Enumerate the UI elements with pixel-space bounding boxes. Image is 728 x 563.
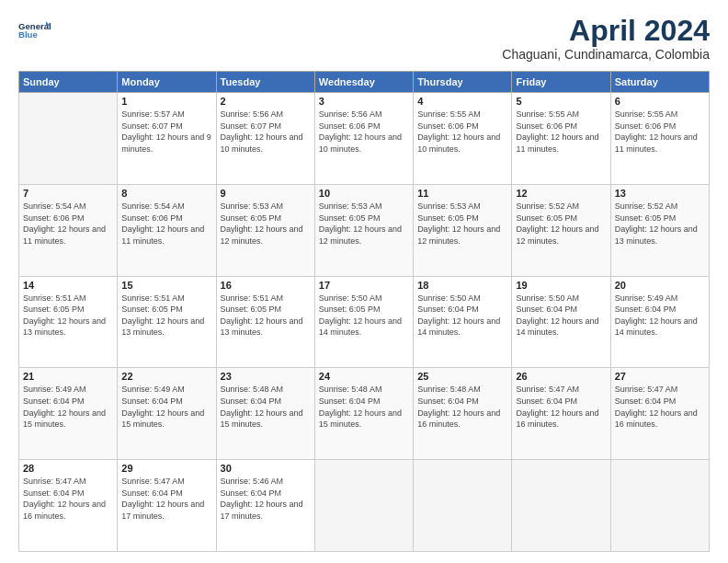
day-number: 16 — [221, 280, 311, 291]
day-info: Sunrise: 5:55 AMSunset: 6:06 PMDaylight:… — [516, 109, 598, 154]
day-info: Sunrise: 5:48 AMSunset: 6:04 PMDaylight:… — [417, 385, 500, 429]
day-number: 8 — [121, 188, 211, 199]
day-number: 30 — [221, 463, 311, 474]
day-info: Sunrise: 5:49 AMSunset: 6:04 PMDaylight:… — [615, 293, 698, 338]
calendar-cell: 8 Sunrise: 5:54 AMSunset: 6:06 PMDayligh… — [118, 184, 216, 276]
day-info: Sunrise: 5:53 AMSunset: 6:05 PMDaylight:… — [417, 201, 500, 246]
day-number: 28 — [23, 463, 113, 474]
day-number: 1 — [121, 96, 211, 107]
weekday-header-monday: Monday — [118, 72, 216, 93]
weekday-header-friday: Friday — [512, 72, 610, 93]
day-info: Sunrise: 5:46 AMSunset: 6:04 PMDaylight:… — [221, 477, 303, 521]
day-info: Sunrise: 5:52 AMSunset: 6:05 PMDaylight:… — [615, 201, 698, 246]
day-number: 18 — [417, 280, 507, 291]
day-info: Sunrise: 5:55 AMSunset: 6:06 PMDaylight:… — [615, 109, 698, 154]
calendar-cell: 7 Sunrise: 5:54 AMSunset: 6:06 PMDayligh… — [19, 184, 118, 276]
calendar-cell — [512, 460, 610, 552]
calendar-cell: 17 Sunrise: 5:50 AMSunset: 6:05 PMDaylig… — [314, 276, 413, 368]
weekday-header-sunday: Sunday — [19, 72, 118, 93]
calendar-cell: 29 Sunrise: 5:47 AMSunset: 6:04 PMDaylig… — [118, 460, 216, 552]
calendar-cell: 1 Sunrise: 5:57 AMSunset: 6:07 PMDayligh… — [118, 93, 216, 185]
weekday-header-saturday: Saturday — [610, 72, 709, 93]
calendar-cell: 13 Sunrise: 5:52 AMSunset: 6:05 PMDaylig… — [610, 184, 709, 276]
calendar-cell: 11 Sunrise: 5:53 AMSunset: 6:05 PMDaylig… — [414, 184, 512, 276]
calendar-cell — [414, 460, 512, 552]
calendar-cell: 16 Sunrise: 5:51 AMSunset: 6:05 PMDaylig… — [216, 276, 314, 368]
day-info: Sunrise: 5:49 AMSunset: 6:04 PMDaylight:… — [121, 385, 204, 429]
calendar-cell: 20 Sunrise: 5:49 AMSunset: 6:04 PMDaylig… — [610, 276, 709, 368]
day-info: Sunrise: 5:54 AMSunset: 6:06 PMDaylight:… — [121, 201, 204, 246]
calendar-cell: 14 Sunrise: 5:51 AMSunset: 6:05 PMDaylig… — [19, 276, 118, 368]
day-number: 26 — [516, 371, 606, 382]
calendar-cell — [19, 93, 118, 185]
day-info: Sunrise: 5:52 AMSunset: 6:05 PMDaylight:… — [516, 201, 598, 246]
calendar-cell: 30 Sunrise: 5:46 AMSunset: 6:04 PMDaylig… — [216, 460, 314, 552]
day-info: Sunrise: 5:49 AMSunset: 6:04 PMDaylight:… — [23, 385, 106, 429]
day-info: Sunrise: 5:56 AMSunset: 6:06 PMDaylight:… — [319, 109, 402, 154]
day-info: Sunrise: 5:47 AMSunset: 6:04 PMDaylight:… — [516, 385, 598, 429]
day-info: Sunrise: 5:54 AMSunset: 6:06 PMDaylight:… — [23, 201, 106, 246]
calendar-cell: 15 Sunrise: 5:51 AMSunset: 6:05 PMDaylig… — [118, 276, 216, 368]
day-number: 21 — [23, 371, 113, 382]
calendar-cell: 25 Sunrise: 5:48 AMSunset: 6:04 PMDaylig… — [414, 368, 512, 460]
calendar-cell: 9 Sunrise: 5:53 AMSunset: 6:05 PMDayligh… — [216, 184, 314, 276]
day-number: 4 — [417, 96, 507, 107]
day-info: Sunrise: 5:53 AMSunset: 6:05 PMDaylight:… — [319, 201, 402, 246]
day-number: 12 — [516, 188, 606, 199]
svg-text:Blue: Blue — [18, 29, 38, 40]
header: General Blue April 2024 Chaguani, Cundin… — [18, 15, 710, 62]
day-number: 3 — [319, 96, 409, 107]
day-info: Sunrise: 5:47 AMSunset: 6:04 PMDaylight:… — [615, 385, 698, 429]
day-info: Sunrise: 5:57 AMSunset: 6:07 PMDaylight:… — [121, 109, 211, 154]
day-number: 15 — [121, 280, 211, 291]
calendar-cell: 3 Sunrise: 5:56 AMSunset: 6:06 PMDayligh… — [314, 93, 413, 185]
day-info: Sunrise: 5:48 AMSunset: 6:04 PMDaylight:… — [221, 385, 303, 429]
calendar-cell — [610, 460, 709, 552]
logo: General Blue — [18, 15, 51, 48]
day-number: 11 — [417, 188, 507, 199]
day-info: Sunrise: 5:51 AMSunset: 6:05 PMDaylight:… — [23, 293, 106, 338]
day-info: Sunrise: 5:56 AMSunset: 6:07 PMDaylight:… — [221, 109, 303, 154]
day-info: Sunrise: 5:51 AMSunset: 6:05 PMDaylight:… — [221, 293, 303, 338]
calendar-cell: 28 Sunrise: 5:47 AMSunset: 6:04 PMDaylig… — [19, 460, 118, 552]
logo-svg: General Blue — [18, 15, 51, 48]
calendar-table: SundayMondayTuesdayWednesdayThursdayFrid… — [18, 71, 710, 552]
day-info: Sunrise: 5:50 AMSunset: 6:04 PMDaylight:… — [516, 293, 598, 338]
day-number: 27 — [615, 371, 705, 382]
day-number: 24 — [319, 371, 409, 382]
day-number: 9 — [221, 188, 311, 199]
day-number: 5 — [516, 96, 606, 107]
day-number: 10 — [319, 188, 409, 199]
weekday-header-thursday: Thursday — [414, 72, 512, 93]
calendar-cell: 23 Sunrise: 5:48 AMSunset: 6:04 PMDaylig… — [216, 368, 314, 460]
calendar-cell: 12 Sunrise: 5:52 AMSunset: 6:05 PMDaylig… — [512, 184, 610, 276]
weekday-header-wednesday: Wednesday — [314, 72, 413, 93]
calendar-cell: 21 Sunrise: 5:49 AMSunset: 6:04 PMDaylig… — [19, 368, 118, 460]
calendar-cell: 6 Sunrise: 5:55 AMSunset: 6:06 PMDayligh… — [610, 93, 709, 185]
day-info: Sunrise: 5:47 AMSunset: 6:04 PMDaylight:… — [23, 477, 106, 521]
title-block: April 2024 Chaguani, Cundinamarca, Colom… — [502, 15, 710, 62]
day-number: 6 — [615, 96, 705, 107]
calendar-cell: 2 Sunrise: 5:56 AMSunset: 6:07 PMDayligh… — [216, 93, 314, 185]
calendar-cell: 18 Sunrise: 5:50 AMSunset: 6:04 PMDaylig… — [414, 276, 512, 368]
day-number: 22 — [121, 371, 211, 382]
day-info: Sunrise: 5:47 AMSunset: 6:04 PMDaylight:… — [121, 477, 204, 521]
day-number: 23 — [221, 371, 311, 382]
calendar-cell: 24 Sunrise: 5:48 AMSunset: 6:04 PMDaylig… — [314, 368, 413, 460]
calendar-cell: 5 Sunrise: 5:55 AMSunset: 6:06 PMDayligh… — [512, 93, 610, 185]
calendar-cell: 26 Sunrise: 5:47 AMSunset: 6:04 PMDaylig… — [512, 368, 610, 460]
calendar-cell: 4 Sunrise: 5:55 AMSunset: 6:06 PMDayligh… — [414, 93, 512, 185]
calendar-cell: 27 Sunrise: 5:47 AMSunset: 6:04 PMDaylig… — [610, 368, 709, 460]
day-number: 20 — [615, 280, 705, 291]
calendar-cell: 22 Sunrise: 5:49 AMSunset: 6:04 PMDaylig… — [118, 368, 216, 460]
day-number: 13 — [615, 188, 705, 199]
location-title: Chaguani, Cundinamarca, Colombia — [502, 47, 710, 62]
calendar-cell — [314, 460, 413, 552]
day-info: Sunrise: 5:55 AMSunset: 6:06 PMDaylight:… — [417, 109, 500, 154]
day-number: 2 — [221, 96, 311, 107]
day-number: 19 — [516, 280, 606, 291]
calendar-cell: 19 Sunrise: 5:50 AMSunset: 6:04 PMDaylig… — [512, 276, 610, 368]
day-info: Sunrise: 5:50 AMSunset: 6:05 PMDaylight:… — [319, 293, 402, 338]
day-number: 17 — [319, 280, 409, 291]
day-info: Sunrise: 5:53 AMSunset: 6:05 PMDaylight:… — [221, 201, 303, 246]
